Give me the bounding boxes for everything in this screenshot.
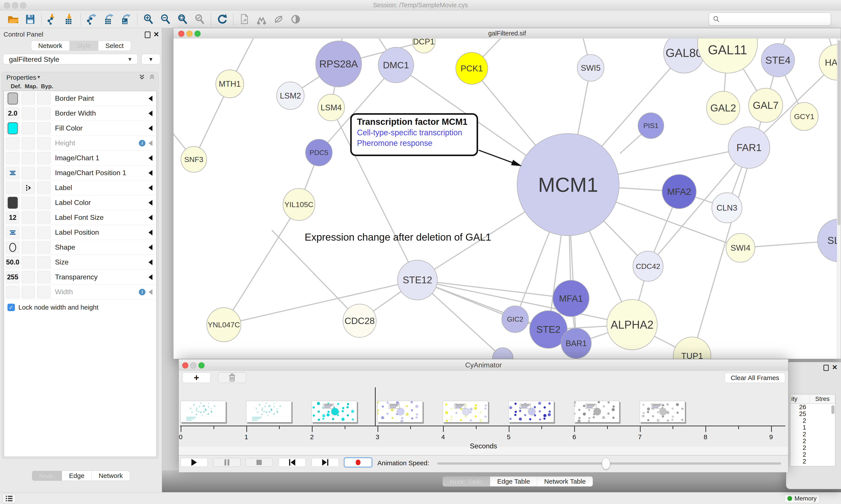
property-map-cell[interactable] — [21, 212, 35, 224]
expand-property-icon[interactable] — [148, 215, 153, 220]
minimize-window-icon[interactable] — [186, 31, 193, 37]
close-panel-icon[interactable]: ✕ — [153, 30, 159, 38]
property-row-shape[interactable]: Shape — [4, 240, 156, 255]
network-edge[interactable] — [224, 280, 417, 325]
property-map-cell[interactable] — [21, 107, 35, 120]
property-byp-cell[interactable] — [37, 152, 51, 164]
info-icon[interactable]: i — [139, 140, 145, 146]
save-session-button[interactable] — [24, 13, 36, 25]
zoom-fit-button[interactable] — [177, 13, 189, 25]
tab-node-table[interactable]: Node Table — [443, 476, 490, 486]
property-byp-cell[interactable] — [37, 167, 51, 179]
property-row-label-position[interactable]: Label Position — [4, 225, 156, 240]
property-byp-cell[interactable] — [37, 286, 51, 298]
results-row[interactable]: 2 — [790, 451, 835, 458]
expand-property-icon[interactable] — [148, 111, 153, 116]
property-byp-cell[interactable] — [37, 212, 51, 224]
property-row-image-chart-1[interactable]: Image/Chart 1 — [4, 151, 156, 165]
property-map-cell[interactable] — [21, 197, 35, 209]
expand-property-icon[interactable] — [148, 200, 153, 205]
property-map-cell[interactable] — [21, 256, 35, 268]
property-map-cell[interactable] — [21, 122, 35, 134]
results-scrollbar[interactable] — [831, 404, 835, 465]
property-row-transparency[interactable]: 255Transparency — [4, 270, 156, 285]
style-options-button[interactable]: ▼ — [142, 54, 160, 65]
import-network-button[interactable] — [47, 13, 59, 25]
timeline-frame-4[interactable] — [443, 401, 488, 422]
collapse-all-icon[interactable] — [149, 74, 155, 80]
playhead[interactable] — [375, 387, 376, 426]
property-byp-cell[interactable] — [37, 122, 51, 134]
next-frame-button[interactable] — [312, 458, 339, 467]
property-byp-cell[interactable] — [37, 92, 51, 105]
annotation-link[interactable]: Pheromone response — [357, 139, 477, 148]
expand-property-icon[interactable] — [148, 245, 153, 250]
delete-frame-button[interactable] — [218, 373, 246, 383]
scrollbar-thumb[interactable] — [838, 40, 840, 225]
property-def-cell[interactable] — [6, 152, 19, 164]
clone-network-button[interactable] — [238, 13, 251, 25]
timeline-frame-6[interactable] — [574, 401, 619, 422]
timeline-frame-5[interactable] — [508, 401, 554, 422]
open-session-button[interactable] — [7, 13, 19, 25]
memory-button[interactable]: Memory — [784, 494, 820, 503]
property-row-fill-color[interactable]: Fill Color — [4, 121, 156, 136]
expand-property-icon[interactable] — [148, 289, 153, 295]
network-edge[interactable] — [345, 38, 424, 41]
property-byp-cell[interactable] — [37, 227, 51, 239]
export-table-button[interactable] — [103, 13, 115, 25]
show-all-button[interactable] — [289, 13, 302, 25]
property-map-cell[interactable] — [21, 286, 35, 298]
expand-property-icon[interactable] — [148, 259, 153, 265]
expand-property-icon[interactable] — [148, 140, 153, 146]
property-map-cell[interactable] — [21, 182, 35, 194]
tab-select[interactable]: Select — [99, 41, 131, 51]
maximize-window-icon[interactable] — [198, 362, 204, 368]
results-row[interactable]: 25 — [790, 411, 835, 417]
clear-all-frames-button[interactable]: Clear All Frames — [725, 373, 785, 383]
property-row-border-width[interactable]: 2.0Border Width — [4, 106, 156, 121]
annotation-box[interactable]: Transcription factor MCM1 Cell-type-spec… — [350, 113, 478, 156]
property-row-label-color[interactable]: Label Color — [4, 195, 156, 210]
timeline-frame-0[interactable] — [180, 401, 226, 422]
property-def-cell[interactable] — [6, 197, 19, 209]
expand-property-icon[interactable] — [148, 125, 153, 131]
style-selector[interactable]: galFiltered Style ▼ — [3, 54, 138, 65]
add-frame-button[interactable]: + — [182, 373, 211, 383]
results-row[interactable]: 26 — [790, 404, 835, 411]
results-row[interactable]: 2 — [790, 438, 835, 445]
results-row[interactable]: 2 — [790, 445, 835, 451]
property-def-cell[interactable]: 255 — [6, 271, 19, 283]
timeline-frame-2[interactable] — [312, 401, 357, 422]
column-header-ity[interactable]: ity — [790, 394, 810, 403]
property-row-size[interactable]: 50.0Size — [4, 255, 156, 270]
property-map-cell[interactable] — [21, 271, 35, 283]
property-row-height[interactable]: Heighti — [4, 136, 156, 151]
expand-all-icon[interactable] — [139, 74, 145, 80]
float-panel-icon[interactable] — [145, 32, 150, 38]
network-edge[interactable] — [272, 230, 360, 321]
tab-style[interactable]: Style — [69, 41, 99, 51]
results-row[interactable]: 1 — [790, 424, 835, 431]
tab-edge-table[interactable]: Edge Table — [490, 476, 537, 486]
property-row-border-paint[interactable]: Border Paint — [4, 91, 156, 106]
property-byp-cell[interactable] — [37, 197, 51, 209]
zoom-in-button[interactable] — [142, 13, 155, 25]
export-image-button[interactable] — [120, 13, 132, 25]
import-table-button[interactable] — [64, 13, 76, 25]
timeline-frame-3[interactable] — [377, 401, 423, 422]
close-window-icon[interactable] — [182, 362, 189, 368]
record-button[interactable] — [344, 458, 372, 467]
search-input[interactable] — [722, 15, 831, 23]
hide-selected-button[interactable] — [272, 13, 285, 25]
property-def-cell[interactable] — [6, 286, 19, 298]
column-header-stress[interactable]: Stres — [810, 395, 835, 402]
expand-property-icon[interactable] — [148, 230, 153, 235]
tab-network[interactable]: Network — [31, 41, 69, 51]
float-panel-icon[interactable] — [823, 365, 829, 371]
first-neighbors-button[interactable] — [255, 13, 268, 25]
property-byp-cell[interactable] — [37, 137, 51, 149]
expand-property-icon[interactable] — [148, 155, 153, 161]
scrollbar-thumb[interactable] — [831, 405, 835, 414]
network-canvas-area[interactable]: RPS28ADCP1DMC1PCK1MTH1LSM2LSM4SNF3PDC5YI… — [174, 38, 841, 359]
